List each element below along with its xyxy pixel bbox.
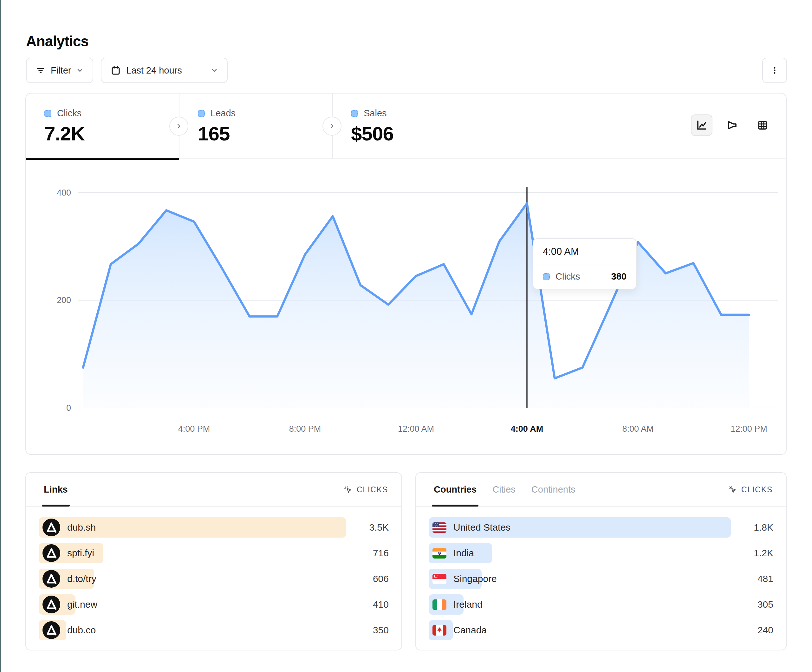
row-value: 481 [739, 573, 773, 584]
row-value: 716 [354, 548, 389, 559]
row-value: 410 [354, 599, 389, 610]
tab-clicks[interactable]: Clicks 7.2K [26, 94, 179, 159]
chart-svg[interactable]: 02004004:00 PM8:00 PM12:00 AM4:00 AM8:00… [32, 178, 781, 446]
tab-sales[interactable]: Sales $506 [332, 94, 485, 159]
links-list: dub.sh3.5Kspti.fyi716d.to/try606git.new4… [26, 507, 401, 640]
clicks-total: 7.2K [44, 122, 179, 145]
calendar-icon [110, 65, 121, 76]
tooltip-time: 4:00 AM [533, 239, 636, 264]
tab-links[interactable]: Links [39, 473, 72, 506]
link-row[interactable]: dub.co350 [39, 620, 389, 640]
chevron-right-icon [175, 123, 182, 130]
row-value: 305 [739, 599, 773, 610]
funnel-icon [725, 119, 739, 132]
svg-text:8:00 PM: 8:00 PM [289, 424, 321, 434]
row-value: 1.2K [739, 548, 773, 559]
cursor-click-icon [728, 484, 737, 494]
filter-button[interactable]: Filter [26, 58, 93, 83]
clicks-legend-swatch [44, 110, 51, 117]
geo-panel: CountriesCitiesContinents CLICKS United … [415, 472, 786, 650]
svg-text:4:00 PM: 4:00 PM [178, 424, 210, 434]
expand-sales-button[interactable] [322, 117, 341, 136]
link-row[interactable]: spti.fyi716 [39, 543, 389, 563]
country-row[interactable]: Singapore481 [429, 569, 773, 589]
row-value: 3.5K [354, 522, 389, 533]
country-row[interactable]: Ireland305 [429, 594, 773, 615]
tab-cities[interactable]: Cities [488, 473, 520, 506]
sales-legend-swatch [351, 110, 358, 117]
geo-metric-selector[interactable]: CLICKS [728, 473, 773, 506]
window-edge [0, 0, 1, 672]
tab-countries[interactable]: Countries [429, 473, 481, 506]
tab-label: Countries [434, 484, 476, 495]
filter-button-label: Filter [51, 65, 71, 76]
tab-sales-label: Sales [364, 108, 387, 119]
grid-table-view-button[interactable] [752, 114, 773, 136]
geo-list: United States1.8KIndia1.2KSingapore481Ir… [416, 507, 786, 640]
row-label: Singapore [454, 573, 497, 584]
date-range-button[interactable]: Last 24 hours [101, 58, 228, 83]
row-value: 240 [739, 625, 773, 636]
row-value: 1.8K [739, 522, 773, 533]
kebab-menu-icon [770, 66, 780, 75]
filter-lines-icon [36, 65, 46, 75]
svg-text:8:00 AM: 8:00 AM [622, 424, 653, 434]
row-label: dub.co [67, 625, 96, 636]
funnel-view-button[interactable] [721, 114, 743, 136]
svg-text:4:00 AM: 4:00 AM [511, 424, 543, 434]
grid-table-icon [756, 119, 769, 132]
dub-logo-icon [43, 621, 60, 639]
tab-label: Cities [492, 484, 515, 495]
row-value: 350 [354, 625, 389, 636]
chevron-down-icon [76, 67, 84, 74]
ie-flag-icon [432, 599, 447, 610]
svg-text:0: 0 [66, 403, 71, 413]
row-label: Ireland [454, 599, 483, 610]
dub-logo-icon [43, 518, 60, 536]
dub-logo-icon [43, 595, 60, 613]
row-label: United States [454, 522, 510, 533]
geo-metric-label: CLICKS [741, 485, 773, 494]
page-title: Analytics [26, 32, 89, 50]
us-flag-icon [432, 522, 447, 533]
tooltip-series-label: Clicks [556, 271, 580, 282]
row-label: d.to/try [67, 573, 96, 584]
links-panel: Links CLICKS dub.sh3.5Kspti.fyi716d.to/t… [26, 472, 402, 650]
tab-clicks-label: Clicks [57, 108, 82, 119]
chevron-right-icon [329, 123, 336, 130]
expand-leads-button[interactable] [169, 117, 188, 136]
cursor-click-icon [343, 484, 353, 494]
sg-flag-icon [432, 574, 447, 584]
link-row[interactable]: d.to/try606 [39, 569, 389, 589]
tab-leads[interactable]: Leads 165 [179, 94, 332, 159]
links-metric-selector[interactable]: CLICKS [343, 473, 388, 506]
tab-links-label: Links [44, 484, 68, 495]
ca-flag-icon [432, 625, 447, 636]
country-row[interactable]: India1.2K [429, 543, 773, 563]
row-label: git.new [67, 599, 97, 610]
svg-text:200: 200 [57, 295, 71, 305]
geo-tabs: CountriesCitiesContinents [429, 473, 580, 506]
row-label: India [454, 548, 474, 559]
tooltip-legend-swatch [543, 273, 550, 280]
date-range-label: Last 24 hours [126, 65, 182, 76]
country-row[interactable]: Canada240 [429, 620, 773, 640]
svg-text:12:00 PM: 12:00 PM [730, 424, 767, 434]
more-options-button[interactable] [762, 58, 787, 83]
row-label: Canada [454, 625, 487, 636]
analytics-card: Clicks 7.2K Leads 165 Sales $506 [26, 93, 786, 455]
chevron-down-icon [210, 67, 218, 74]
row-label: dub.sh [67, 522, 96, 533]
clicks-time-series-chart[interactable]: 02004004:00 PM8:00 PM12:00 AM4:00 AM8:00… [32, 178, 781, 446]
line-chart-view-button[interactable] [691, 114, 713, 136]
links-metric-label: CLICKS [357, 485, 388, 494]
sales-total: $506 [351, 122, 485, 145]
tooltip-value: 380 [611, 271, 626, 282]
country-row[interactable]: United States1.8K [429, 517, 773, 537]
link-row[interactable]: git.new410 [39, 594, 389, 615]
leads-legend-swatch [198, 110, 205, 117]
in-flag-icon [432, 548, 447, 559]
tab-continents[interactable]: Continents [527, 473, 580, 506]
svg-text:400: 400 [57, 188, 71, 198]
link-row[interactable]: dub.sh3.5K [39, 517, 389, 537]
